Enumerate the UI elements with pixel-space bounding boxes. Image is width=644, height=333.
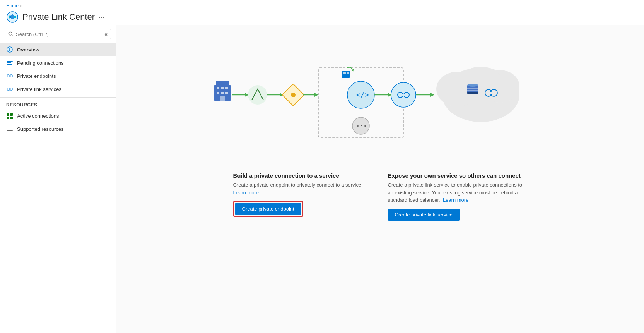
create-private-endpoint-button[interactable]: Create private endpoint (235, 203, 301, 215)
svg-rect-66 (467, 88, 478, 89)
svg-rect-58 (400, 94, 407, 96)
sidebar-item-supported-resources-label: Supported resources (17, 126, 64, 132)
svg-rect-49 (347, 72, 349, 74)
svg-point-64 (460, 67, 502, 96)
svg-rect-31 (225, 92, 228, 94)
sidebar-item-overview[interactable]: Overview (0, 43, 116, 56)
card1-button-highlight: Create private endpoint (233, 201, 303, 217)
overview-icon (6, 46, 13, 53)
architecture-diagram: </> <·> (202, 41, 558, 149)
sidebar-item-supported-resources[interactable]: Supported resources (0, 122, 116, 136)
svg-point-16 (10, 88, 12, 90)
svg-marker-43 (314, 93, 318, 97)
breadcrumb: Home › (6, 3, 638, 9)
active-connections-icon (6, 112, 13, 119)
resources-section-label: Resources (0, 97, 116, 109)
svg-point-13 (10, 75, 12, 77)
svg-point-12 (7, 75, 9, 77)
svg-rect-48 (343, 72, 346, 74)
card1-title: Build a private connection to a service (233, 172, 372, 179)
svg-rect-23 (7, 130, 13, 131)
card1-description: Create a private endpoint to privately c… (233, 181, 372, 196)
header: Home › Private Link Center ··· (0, 0, 644, 25)
svg-rect-9 (7, 61, 13, 62)
svg-rect-21 (7, 127, 13, 127)
svg-rect-67 (467, 90, 478, 91)
svg-text:<·>: <·> (357, 123, 366, 129)
card2-description: Create a private link service to enable … (388, 181, 527, 204)
cards-section: Build a private connection to a service … (128, 172, 632, 221)
supported-resources-icon (6, 125, 13, 132)
pending-connections-icon (6, 59, 13, 66)
card2-learn-more-link[interactable]: Learn more (443, 197, 468, 203)
svg-point-2 (9, 16, 11, 18)
svg-rect-30 (221, 92, 224, 94)
search-input[interactable] (16, 31, 85, 37)
card-expose-service: Expose your own service so others can co… (388, 172, 527, 221)
sidebar-item-private-endpoints[interactable]: Private endpoints (0, 69, 116, 82)
svg-rect-28 (225, 87, 228, 89)
create-private-link-service-button[interactable]: Create private link service (388, 209, 460, 221)
card1-learn-more-link[interactable]: Learn more (233, 190, 259, 196)
svg-rect-22 (7, 129, 13, 129)
svg-rect-68 (467, 92, 478, 94)
svg-rect-11 (7, 64, 12, 65)
svg-rect-19 (7, 117, 9, 119)
search-box[interactable]: « (5, 29, 111, 39)
svg-rect-26 (217, 87, 219, 89)
page-title: Private Link Center (22, 12, 95, 22)
svg-rect-32 (220, 96, 225, 101)
sidebar-item-private-link-services-label: Private link services (17, 86, 61, 92)
svg-point-15 (7, 88, 9, 90)
sidebar-item-active-connections-label: Active connections (17, 113, 59, 119)
svg-line-5 (12, 35, 13, 36)
svg-rect-18 (10, 113, 13, 116)
main-content: </> <·> (116, 25, 644, 333)
sidebar-item-pending-connections[interactable]: Pending connections (0, 56, 116, 69)
svg-point-3 (14, 16, 16, 18)
svg-point-41 (291, 93, 296, 97)
breadcrumb-home[interactable]: Home (6, 3, 19, 9)
svg-point-4 (9, 32, 12, 35)
svg-point-69 (467, 84, 478, 87)
svg-rect-17 (7, 113, 9, 116)
sidebar-item-private-endpoints-label: Private endpoints (17, 73, 56, 79)
card2-title: Expose your own service so others can co… (388, 172, 527, 179)
svg-rect-25 (216, 81, 229, 86)
search-icon (8, 31, 14, 37)
svg-rect-20 (10, 117, 13, 119)
svg-rect-27 (221, 87, 224, 89)
svg-point-8 (9, 50, 10, 51)
svg-marker-60 (430, 93, 434, 97)
sidebar-item-private-link-services[interactable]: Private link services (0, 82, 116, 96)
svg-text:</>: </> (356, 91, 369, 99)
private-link-center-icon (6, 11, 19, 23)
svg-rect-29 (217, 92, 219, 94)
sidebar-item-overview-label: Overview (17, 47, 39, 53)
sidebar-item-pending-connections-label: Pending connections (17, 60, 64, 66)
sidebar-item-active-connections[interactable]: Active connections (0, 109, 116, 122)
private-link-services-icon (6, 86, 13, 93)
card-build-connection: Build a private connection to a service … (233, 172, 372, 221)
svg-rect-72 (489, 92, 494, 94)
diagram-container: </> <·> (128, 33, 632, 165)
sidebar: « Overview Pending connect (0, 25, 116, 333)
private-endpoints-icon (6, 72, 13, 79)
svg-rect-10 (7, 62, 11, 63)
breadcrumb-separator: › (20, 3, 22, 9)
collapse-sidebar-button[interactable]: « (104, 31, 108, 37)
more-options-icon[interactable]: ··· (99, 13, 104, 21)
svg-point-35 (248, 85, 267, 105)
